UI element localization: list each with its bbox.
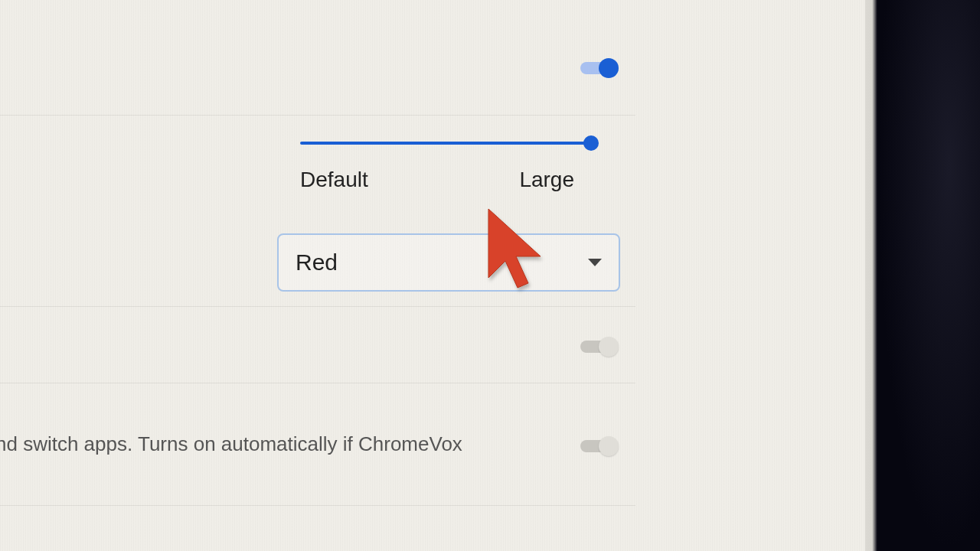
large-mouse-cursor-toggle[interactable] [580,58,619,78]
slider-thumb[interactable] [583,135,599,151]
setting-toggle-3[interactable] [580,436,619,456]
divider [0,383,635,383]
divider [0,505,635,506]
divider [0,306,635,307]
divider [0,115,635,116]
cursor-color-dropdown[interactable]: Red [277,233,620,292]
slider-track [300,142,593,145]
setting-description-partial: nd switch apps. Turns on automatically i… [0,432,462,456]
dropdown-selected-value: Red [296,249,338,276]
toggle-thumb [599,436,619,456]
slider-min-label: Default [300,168,368,192]
slider-max-label: Large [519,168,574,192]
slider-labels: Default Large [300,168,599,192]
accessibility-settings-panel: Default Large Red nd switch apps. Turns … [0,0,865,551]
screen-bezel [877,0,980,551]
setting-toggle-2[interactable] [580,337,619,357]
toggle-thumb [599,58,619,78]
cursor-size-slider[interactable]: Default Large [300,142,599,192]
toggle-thumb [599,337,619,357]
chevron-down-icon [588,259,602,266]
